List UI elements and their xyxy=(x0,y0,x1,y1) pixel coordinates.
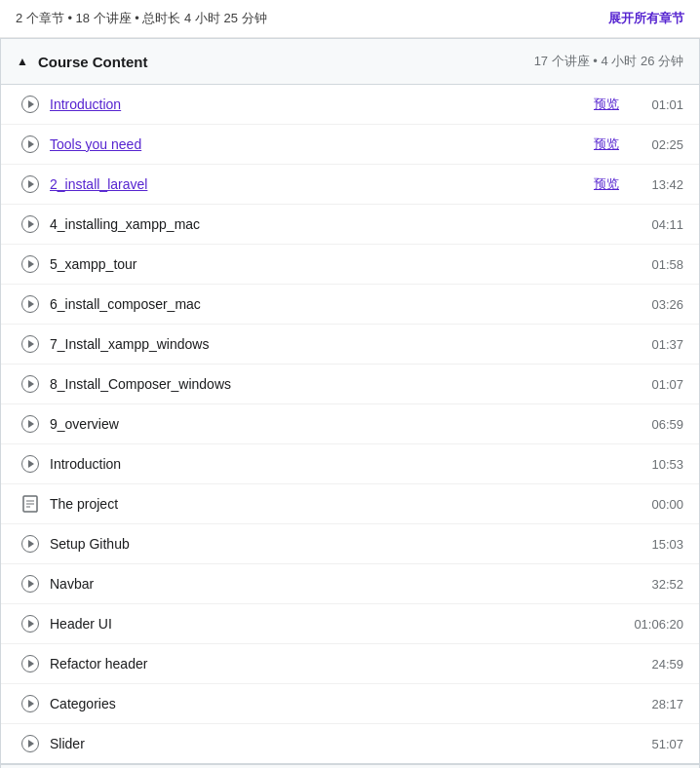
lecture-row: Tools you need 预览 02:25 xyxy=(1,125,699,165)
lectures-list: Introduction 预览 01:01 Tools you need 预览 … xyxy=(1,85,699,763)
play-icon xyxy=(20,654,40,673)
lecture-title: 5_xampp_tour xyxy=(50,256,627,272)
lecture-title: Introduction xyxy=(50,456,627,472)
lecture-title: 9_overview xyxy=(50,416,627,432)
lecture-title: Categories xyxy=(50,696,627,711)
duration: 01:37 xyxy=(637,337,683,352)
play-icon xyxy=(20,534,40,554)
play-icon xyxy=(20,414,40,434)
section-project-files-header[interactable]: ▲ Project files 1 个讲座 • 1 分钟 xyxy=(1,764,699,768)
duration: 51:07 xyxy=(637,737,683,751)
lecture-row: 9_overview 06:59 xyxy=(1,404,699,444)
duration: 01:06:20 xyxy=(634,617,683,632)
lecture-row: 6_install_composer_mac 03:26 xyxy=(1,285,699,325)
lecture-title[interactable]: Tools you need xyxy=(50,136,584,152)
lecture-row: 8_Install_Composer_windows 01:07 xyxy=(1,365,699,404)
section-course-content: ▲ Course Content 17 个讲座 • 4 小时 26 分钟 Int… xyxy=(0,38,700,764)
play-icon xyxy=(20,734,40,753)
duration: 02:25 xyxy=(637,137,683,152)
play-icon xyxy=(20,174,40,194)
lecture-row: Introduction 预览 01:01 xyxy=(1,85,699,125)
preview-badge[interactable]: 预览 xyxy=(594,175,619,193)
lecture-title: Slider xyxy=(50,736,627,751)
lecture-row: 5_xampp_tour 01:58 xyxy=(1,245,699,285)
lecture-row: Header UI 01:06:20 xyxy=(1,604,699,644)
lecture-row: 4_installing_xampp_mac 04:11 xyxy=(1,205,699,245)
section-course-content-meta: 17 个讲座 • 4 小时 26 分钟 xyxy=(534,53,683,70)
lecture-title: Setup Github xyxy=(50,536,627,552)
expand-all-link[interactable]: 展开所有章节 xyxy=(608,10,684,27)
play-icon xyxy=(20,334,40,354)
lecture-title: 8_Install_Composer_windows xyxy=(50,376,627,392)
section-header-left: ▲ Course Content xyxy=(17,54,147,70)
section-project-files: ▲ Project files 1 个讲座 • 1 分钟 xyxy=(0,764,700,768)
duration: 03:26 xyxy=(637,297,683,312)
duration: 10:53 xyxy=(637,457,683,472)
lecture-title: Refactor header xyxy=(50,656,627,672)
duration: 01:01 xyxy=(637,97,683,112)
play-icon xyxy=(20,134,40,154)
duration: 01:58 xyxy=(637,257,683,272)
duration: 28:17 xyxy=(637,697,683,711)
play-icon xyxy=(20,214,40,234)
preview-badge[interactable]: 预览 xyxy=(594,135,619,153)
lecture-row: Navbar 32:52 xyxy=(1,564,699,604)
duration: 00:00 xyxy=(637,497,683,512)
lecture-row: Introduction 10:53 xyxy=(1,444,699,484)
duration: 06:59 xyxy=(637,417,683,432)
duration: 13:42 xyxy=(637,177,683,192)
play-icon xyxy=(20,254,40,274)
play-icon xyxy=(20,694,40,713)
chevron-up-icon: ▲ xyxy=(17,55,28,68)
play-icon xyxy=(20,614,40,634)
play-icon xyxy=(20,574,40,594)
section-course-content-header[interactable]: ▲ Course Content 17 个讲座 • 4 小时 26 分钟 xyxy=(1,39,699,85)
duration: 32:52 xyxy=(637,577,683,592)
preview-badge[interactable]: 预览 xyxy=(594,96,619,113)
lecture-row: Slider 51:07 xyxy=(1,724,699,763)
duration: 24:59 xyxy=(637,657,683,672)
duration: 15:03 xyxy=(637,537,683,552)
lecture-row: Categories 28:17 xyxy=(1,684,699,724)
lecture-title: 6_install_composer_mac xyxy=(50,296,627,312)
sections-container: ▲ Course Content 17 个讲座 • 4 小时 26 分钟 Int… xyxy=(0,38,700,768)
play-icon xyxy=(20,454,40,474)
play-icon xyxy=(20,95,40,114)
lecture-title: Header UI xyxy=(50,616,624,632)
lecture-row: Refactor header 24:59 xyxy=(1,644,699,684)
lecture-title[interactable]: Introduction xyxy=(50,96,584,112)
play-icon xyxy=(20,294,40,314)
lecture-row: Setup Github 15:03 xyxy=(1,524,699,564)
play-icon xyxy=(20,374,40,394)
lecture-title: 7_Install_xampp_windows xyxy=(50,336,627,352)
lecture-title[interactable]: 2_install_laravel xyxy=(50,176,584,192)
duration: 04:11 xyxy=(637,217,683,232)
lecture-title: Navbar xyxy=(50,576,627,592)
lecture-row: 2_install_laravel 预览 13:42 xyxy=(1,165,699,205)
lecture-title: 4_installing_xampp_mac xyxy=(50,216,627,232)
lecture-row: 7_Install_xampp_windows 01:37 xyxy=(1,325,699,365)
lecture-row: The project 00:00 xyxy=(1,484,699,524)
duration: 01:07 xyxy=(637,377,683,392)
top-bar: 2 个章节 • 18 个讲座 • 总时长 4 小时 25 分钟 展开所有章节 xyxy=(0,0,700,38)
document-icon xyxy=(20,494,40,514)
lecture-title: The project xyxy=(50,496,627,512)
course-summary: 2 个章节 • 18 个讲座 • 总时长 4 小时 25 分钟 xyxy=(16,10,267,27)
section-course-content-title: Course Content xyxy=(38,54,148,70)
